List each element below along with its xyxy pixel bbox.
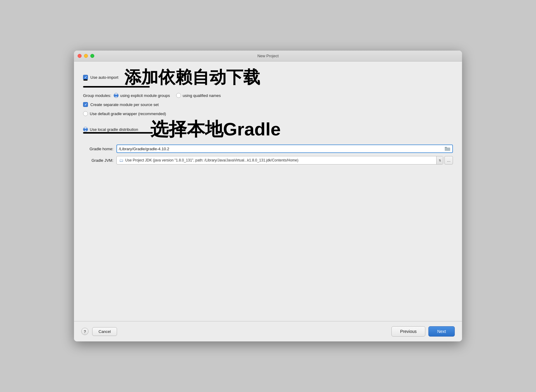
radio-explicit[interactable] xyxy=(114,93,119,98)
dots-label: ... xyxy=(447,158,451,163)
gradle-home-label: Gradle home: xyxy=(83,147,113,151)
annotation-auto-import: 添加依赖自动下载 xyxy=(124,69,260,86)
previous-button[interactable]: Previous xyxy=(391,326,425,337)
dropdown-arrow-button[interactable]: ⇅ xyxy=(436,156,443,164)
default-gradle-radio-wrapper: Use default gradle wrapper (recommended) xyxy=(83,111,166,116)
radio-qualified[interactable] xyxy=(176,93,181,98)
radio-explicit-wrapper: using explicit module groups xyxy=(114,93,170,98)
window-title: New Project xyxy=(257,54,279,58)
gradle-home-input[interactable] xyxy=(119,147,444,151)
gradle-home-input-wrapper xyxy=(116,145,453,153)
group-modules-label: Group modules: xyxy=(83,93,111,98)
jdk-folder-icon: 🗂 xyxy=(119,158,123,163)
create-module-checkbox[interactable]: ✓ xyxy=(83,102,88,107)
radio-group: using explicit module groups using quali… xyxy=(114,93,221,98)
underline-decoration-2 xyxy=(83,132,153,134)
titlebar: New Project xyxy=(74,51,462,61)
content-area: ✓ Use auto-import 添加依赖自动下载 Group modules… xyxy=(74,61,462,321)
checkmark-icon: ✓ xyxy=(84,75,87,79)
auto-import-checkbox-wrapper: ✓ Use auto-import xyxy=(83,75,118,80)
traffic-lights xyxy=(78,54,94,58)
radio-qualified-label: using qualified names xyxy=(183,93,221,98)
checkmark2-icon: ✓ xyxy=(84,103,87,107)
gradle-home-row: Gradle home: xyxy=(83,145,453,153)
svg-rect-0 xyxy=(445,148,450,151)
svg-rect-1 xyxy=(445,147,447,148)
gradle-jvm-row: Gradle JVM: 🗂 Use Project JDK (java vers… xyxy=(83,156,453,164)
annotation-local-gradle: 选择本地Gradle xyxy=(150,120,281,138)
local-gradle-row: Use local gradle distribution 选择本地Gradle xyxy=(83,120,453,138)
close-button[interactable] xyxy=(78,54,82,58)
default-gradle-label: Use default gradle wrapper (recommended) xyxy=(90,111,166,116)
local-gradle-radio-wrapper: Use local gradle distribution xyxy=(83,127,138,132)
footer-left: ? Cancel xyxy=(81,327,117,336)
up-down-arrow-icon: ⇅ xyxy=(439,159,441,162)
default-gradle-radio[interactable] xyxy=(83,111,88,116)
radio-explicit-label: using explicit module groups xyxy=(120,93,170,98)
cancel-button[interactable]: Cancel xyxy=(92,327,117,336)
underline-decoration-1 xyxy=(83,86,150,88)
radio-qualified-wrapper: using qualified names xyxy=(176,93,221,98)
auto-import-label: Use auto-import xyxy=(90,75,118,80)
create-module-row: ✓ Create separate module per source set xyxy=(83,102,453,107)
create-module-label: Create separate module per source set xyxy=(90,102,159,107)
dots-button[interactable]: ... xyxy=(444,156,453,164)
auto-import-checkbox[interactable]: ✓ xyxy=(83,75,88,80)
new-project-window: New Project ✓ Use auto-import 添加依赖自动下载 G… xyxy=(74,51,462,341)
form-content: ✓ Use auto-import 添加依赖自动下载 Group modules… xyxy=(74,61,462,164)
maximize-button[interactable] xyxy=(90,54,94,58)
browse-folder-icon[interactable] xyxy=(444,146,451,152)
auto-import-row: ✓ Use auto-import 添加依赖自动下载 xyxy=(83,69,453,86)
gradle-jvm-dropdown[interactable]: 🗂 Use Project JDK (java version "1.8.0_1… xyxy=(116,156,443,164)
default-gradle-row: Use default gradle wrapper (recommended) xyxy=(83,111,453,116)
minimize-button[interactable] xyxy=(84,54,88,58)
help-button[interactable]: ? xyxy=(81,328,89,335)
group-modules-row: Group modules: using explicit module gro… xyxy=(83,93,453,98)
gradle-jvm-value: 🗂 Use Project JDK (java version "1.8.0_1… xyxy=(117,158,436,163)
gradle-jvm-label: Gradle JVM: xyxy=(83,158,113,163)
create-module-checkbox-wrapper: ✓ Create separate module per source set xyxy=(83,102,159,107)
footer-right: Previous Next xyxy=(391,326,455,337)
local-gradle-label: Use local gradle distribution xyxy=(90,127,138,132)
local-gradle-radio[interactable] xyxy=(83,127,88,132)
next-button[interactable]: Next xyxy=(428,326,455,337)
help-icon: ? xyxy=(84,329,86,334)
footer: ? Cancel Previous Next xyxy=(74,321,462,341)
